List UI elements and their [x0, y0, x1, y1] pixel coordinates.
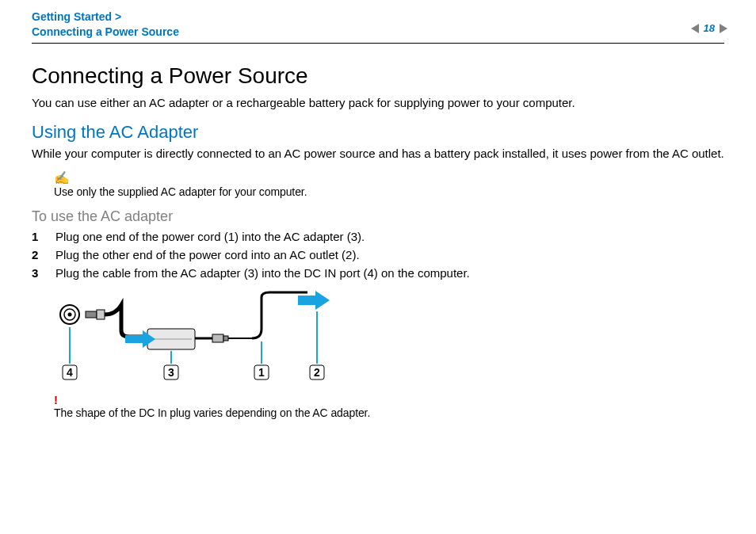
- diagram: 4 3 1 2: [54, 291, 724, 389]
- callout-label-4: 4: [67, 366, 73, 379]
- step-text: Plug the cable from the AC adapter (3) i…: [55, 266, 470, 280]
- content: Connecting a Power Source You can use ei…: [32, 63, 724, 420]
- next-page-icon[interactable]: [720, 24, 727, 33]
- warning: ! The shape of the DC In plug varies dep…: [54, 394, 724, 420]
- list-item: 3 Plug the cable from the AC adapter (3)…: [32, 266, 724, 280]
- svg-point-2: [68, 313, 72, 317]
- svg-rect-4: [97, 310, 105, 319]
- step-number: 3: [32, 266, 41, 280]
- section-heading: Using the AC Adapter: [32, 122, 724, 143]
- page: Getting Started > Connecting a Power Sou…: [0, 0, 756, 534]
- svg-rect-10: [223, 336, 228, 341]
- svg-rect-9: [212, 334, 223, 342]
- warning-text: The shape of the DC In plug varies depen…: [54, 406, 370, 419]
- callout-label-2: 2: [314, 366, 320, 379]
- step-list: 1 Plug one end of the power cord (1) int…: [32, 230, 724, 280]
- svg-rect-3: [86, 311, 97, 318]
- section-body: While your computer is directly connecte…: [32, 146, 724, 162]
- page-title: Connecting a Power Source: [32, 63, 724, 89]
- svg-rect-11: [298, 296, 315, 305]
- note-text: Use only the supplied AC adapter for you…: [54, 185, 307, 198]
- list-item: 2 Plug the other end of the power cord i…: [32, 248, 724, 261]
- dc-in-port-icon: [60, 305, 79, 324]
- svg-rect-7: [125, 335, 143, 343]
- intro-text: You can use either an AC adapter or a re…: [32, 95, 724, 111]
- step-number: 1: [32, 230, 41, 243]
- header-rule: [32, 43, 724, 44]
- page-number: 18: [704, 22, 715, 34]
- list-item: 1 Plug one end of the power cord (1) int…: [32, 230, 724, 243]
- breadcrumb-section: Getting Started >: [32, 10, 121, 23]
- breadcrumb-page: Connecting a Power Source: [32, 25, 179, 38]
- step-text: Plug one end of the power cord (1) into …: [55, 230, 365, 243]
- step-text: Plug the other end of the power cord int…: [55, 248, 360, 261]
- task-heading: To use the AC adapter: [32, 208, 724, 225]
- prev-page-icon[interactable]: [691, 24, 699, 33]
- svg-marker-12: [315, 291, 330, 310]
- warning-icon: !: [54, 394, 724, 406]
- cord-connector-icon: [212, 334, 228, 342]
- pager: 18: [691, 22, 727, 34]
- header: Getting Started > Connecting a Power Sou…: [0, 0, 756, 44]
- note: ✍ Use only the supplied AC adapter for y…: [54, 172, 724, 199]
- callout-label-1: 1: [258, 366, 265, 379]
- pencil-note-icon: ✍: [54, 172, 724, 185]
- ac-adapter-diagram: 4 3 1 2: [54, 291, 339, 386]
- breadcrumb: Getting Started > Connecting a Power Sou…: [32, 10, 724, 40]
- step-number: 2: [32, 248, 41, 261]
- callout-label-3: 3: [168, 366, 174, 379]
- arrow-to-outlet-icon: [298, 291, 330, 310]
